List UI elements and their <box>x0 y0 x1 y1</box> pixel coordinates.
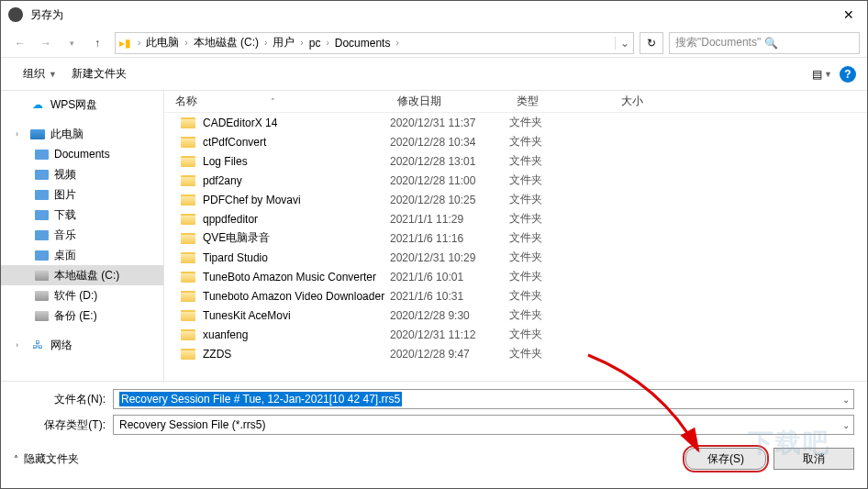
sidebar-item[interactable]: 图片 <box>1 184 163 205</box>
file-pane: 名称˄ 修改日期 类型 大小 CADEditorX 142020/12/31 1… <box>164 91 867 381</box>
folder-icon <box>181 349 195 360</box>
file-row[interactable]: ctPdfConvert2020/12/28 10:34文件夹 <box>164 132 867 151</box>
sidebar-item[interactable]: ☁WPS网盘 <box>1 94 163 115</box>
sort-indicator: ˄ <box>271 97 275 106</box>
file-row[interactable]: ZZDS2020/12/28 9:47文件夹 <box>164 344 867 363</box>
folder-icon <box>181 310 195 321</box>
file-row[interactable]: pdf2any2020/12/28 11:00文件夹 <box>164 171 867 190</box>
folder-icon <box>34 208 49 221</box>
file-date: 2020/12/28 11:00 <box>390 174 509 187</box>
sidebar-item[interactable]: 视频 <box>1 164 163 184</box>
file-date: 2020/12/31 10:29 <box>390 251 509 264</box>
chevron-right-icon: › <box>261 38 271 48</box>
file-date: 2020/12/28 9:30 <box>390 309 509 322</box>
sidebar-item-label: 桌面 <box>54 248 76 263</box>
file-type: 文件夹 <box>509 192 614 207</box>
folder-icon <box>181 156 195 167</box>
file-row[interactable]: Tuneboto Amazon Video Downloader2021/1/6… <box>164 286 867 306</box>
main-area: ☁WPS网盘›此电脑Documents视频图片下载音乐桌面本地磁盘 (C:)软件… <box>1 91 867 381</box>
file-type: 文件夹 <box>509 153 614 169</box>
file-date: 2021/1/1 11:29 <box>390 213 509 226</box>
filetype-select[interactable]: Recovery Session File (*.rrs5) ⌄ <box>113 415 854 435</box>
sidebar-item[interactable]: 软件 (D:) <box>1 285 163 306</box>
file-name: QVE电脑录音 <box>203 230 270 246</box>
view-options[interactable]: ▤▼ <box>812 67 830 82</box>
file-name: TuneBoto Amazon Music Converter <box>203 271 376 283</box>
folder-icon <box>34 249 49 261</box>
sidebar-item[interactable]: 备份 (E:) <box>1 306 163 326</box>
sidebar-item[interactable]: ›🖧网络 <box>1 335 163 355</box>
titlebar: 另存为 ✕ <box>1 1 867 28</box>
file-name: Log Files <box>203 155 248 168</box>
window-title: 另存为 <box>30 7 830 23</box>
sidebar-item[interactable]: 本地磁盘 (C:) <box>1 265 163 285</box>
filetype-value: Recovery Session File (*.rrs5) <box>119 418 265 431</box>
recent-dropdown[interactable]: ▾ <box>60 32 83 54</box>
column-size[interactable]: 大小 <box>621 94 713 109</box>
file-row[interactable]: TunesKit AceMovi2020/12/28 9:30文件夹 <box>164 306 867 325</box>
chevron-icon: › <box>16 129 25 139</box>
file-row[interactable]: xuanfeng2020/12/31 11:12文件夹 <box>164 325 867 344</box>
chevron-up-icon: ˄ <box>14 454 18 464</box>
sidebar-item-label: Documents <box>54 148 110 161</box>
up-button[interactable]: ↑ <box>85 32 109 54</box>
file-type: 文件夹 <box>509 346 614 361</box>
filename-input[interactable]: Recovery Session File # Tue, 12-Jan-2021… <box>113 389 854 409</box>
file-row[interactable]: qppdfeditor2021/1/1 11:29文件夹 <box>164 209 867 228</box>
file-row[interactable]: Log Files2020/12/28 13:01文件夹 <box>164 151 867 171</box>
back-button[interactable]: ← <box>8 32 32 54</box>
breadcrumb-item[interactable]: 本地磁盘 (C:) <box>192 35 261 50</box>
breadcrumb-dropdown[interactable]: ⌄ <box>615 37 633 50</box>
sidebar-item[interactable]: Documents <box>1 144 163 164</box>
pc-icon <box>30 128 45 140</box>
file-row[interactable]: CADEditorX 142020/12/31 11:37文件夹 <box>164 113 867 132</box>
chevron-down-icon[interactable]: ⌄ <box>842 420 850 430</box>
file-row[interactable]: QVE电脑录音2021/1/6 11:16文件夹 <box>164 228 867 248</box>
file-row[interactable]: PDFChef by Movavi2020/12/28 10:25文件夹 <box>164 190 867 209</box>
file-name: CADEditorX 14 <box>203 117 277 129</box>
file-type: 文件夹 <box>509 134 614 150</box>
sidebar-item[interactable]: 音乐 <box>1 225 163 245</box>
folder-icon <box>181 233 195 244</box>
folder-icon <box>181 194 195 206</box>
hide-folders-toggle[interactable]: ˄ 隐藏文件夹 <box>14 451 79 467</box>
sidebar-item[interactable]: 下载 <box>1 205 163 225</box>
breadcrumb-item[interactable]: Documents <box>333 37 393 50</box>
save-button[interactable]: 保存(S) <box>685 448 766 470</box>
bottom-panel: 文件名(N): Recovery Session File # Tue, 12-… <box>1 381 867 479</box>
search-icon: 🔍 <box>764 37 853 50</box>
organize-menu[interactable]: 组织▼ <box>16 62 64 85</box>
sidebar-item-label: 此电脑 <box>50 127 83 142</box>
column-type[interactable]: 类型 <box>517 94 621 109</box>
refresh-button[interactable]: ↻ <box>640 32 663 54</box>
filename-value: Recovery Session File # Tue, 12-Jan-2021… <box>119 392 402 406</box>
folder-icon <box>34 188 49 201</box>
file-row[interactable]: Tipard Studio2020/12/31 10:29文件夹 <box>164 248 867 267</box>
help-icon[interactable]: ? <box>840 66 856 83</box>
file-type: 文件夹 <box>509 307 614 323</box>
chevron-down-icon[interactable]: ⌄ <box>842 395 850 405</box>
sidebar-item[interactable]: ›此电脑 <box>1 124 163 144</box>
breadcrumb[interactable]: ▸▮ › 此电脑 › 本地磁盘 (C:) › 用户 › pc › Documen… <box>115 32 634 54</box>
column-date[interactable]: 修改日期 <box>397 94 517 109</box>
column-name[interactable]: 名称˄ <box>164 94 397 109</box>
folder-icon <box>181 252 195 263</box>
breadcrumb-item[interactable]: pc <box>307 37 323 50</box>
search-input[interactable]: 搜索"Documents" 🔍 <box>669 32 860 54</box>
file-type: 文件夹 <box>509 269 614 284</box>
file-row[interactable]: TuneBoto Amazon Music Converter2021/1/6 … <box>164 267 867 286</box>
file-name: TunesKit AceMovi <box>203 309 291 322</box>
breadcrumb-item[interactable]: 用户 <box>271 35 296 50</box>
sidebar-item[interactable]: 桌面 <box>1 245 163 265</box>
file-list: CADEditorX 142020/12/31 11:37文件夹ctPdfCon… <box>164 113 867 381</box>
sidebar-item-label: 下载 <box>54 207 76 223</box>
file-date: 2021/1/6 10:01 <box>390 271 509 283</box>
breadcrumb-item[interactable]: 此电脑 <box>144 35 181 50</box>
file-name: ZZDS <box>203 348 231 361</box>
column-headers: 名称˄ 修改日期 类型 大小 <box>164 91 867 113</box>
cancel-button[interactable]: 取消 <box>773 448 854 470</box>
sidebar: ☁WPS网盘›此电脑Documents视频图片下载音乐桌面本地磁盘 (C:)软件… <box>1 91 164 381</box>
new-folder-button[interactable]: 新建文件夹 <box>64 62 134 85</box>
forward-button: → <box>34 32 58 54</box>
close-button[interactable]: ✕ <box>830 1 867 28</box>
